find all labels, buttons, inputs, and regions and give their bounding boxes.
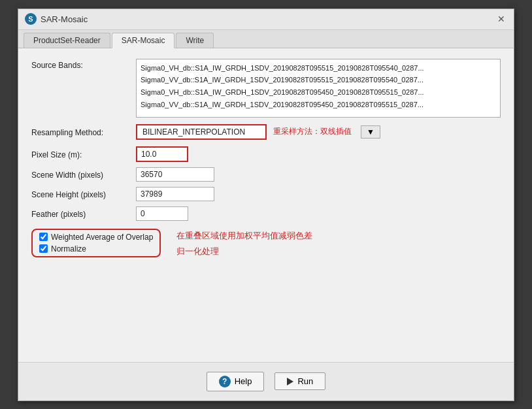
- source-band-3: Sigma0_VH_db::S1A_IW_GRDH_1SDV_20190828T…: [141, 86, 496, 99]
- pixel-size-label: Pixel Size (m):: [31, 148, 136, 159]
- run-icon: [287, 378, 293, 385]
- window-title: SAR-Mosaic: [41, 14, 88, 24]
- checkbox-group: Weighted Average of Overlap Normalize: [31, 229, 161, 257]
- source-bands-box[interactable]: Sigma0_VH_db::S1A_IW_GRDH_1SDV_20190828T…: [136, 59, 501, 118]
- help-label: Help: [235, 376, 252, 386]
- normalize-cn: 归一化处理: [176, 246, 312, 257]
- run-button[interactable]: Run: [274, 372, 325, 390]
- feather-value: 0: [136, 206, 501, 221]
- resampling-method-value[interactable]: BILINEAR_INTERPOLATION: [136, 124, 267, 140]
- content-area: Source Bands: Sigma0_VH_db::S1A_IW_GRDH_…: [18, 48, 514, 362]
- title-bar-left: S SAR-Mosaic: [25, 13, 88, 25]
- source-band-1: Sigma0_VH_db::S1A_IW_GRDH_1SDV_20190828T…: [141, 62, 496, 74]
- source-bands-row: Source Bands: Sigma0_VH_db::S1A_IW_GRDH_…: [31, 59, 501, 118]
- resampling-dropdown-arrow[interactable]: ▼: [361, 125, 380, 139]
- tab-sar-mosaic[interactable]: SAR-Mosaic: [112, 33, 175, 48]
- pixel-size-value: 10.0: [136, 146, 501, 162]
- normalize-item: Normalize: [39, 244, 153, 254]
- source-band-2: Sigma0_VV_db::S1A_IW_GRDH_1SDV_20190828T…: [141, 74, 496, 86]
- tab-productset-reader[interactable]: ProductSet-Reader: [24, 33, 110, 48]
- scene-width-value: 36570: [136, 167, 501, 182]
- close-button[interactable]: ✕: [495, 13, 507, 25]
- scene-width-input[interactable]: 36570: [136, 167, 214, 182]
- tab-bar: ProductSet-Reader SAR-Mosaic Write: [18, 30, 514, 48]
- normalize-label: Normalize: [51, 244, 86, 254]
- resampling-method-label: Resampling Method:: [31, 126, 136, 137]
- resampling-cn-label: 重采样方法：双线插值: [273, 126, 352, 137]
- scene-height-row: Scene Height (pixels) 37989: [31, 187, 501, 201]
- feather-row: Feather (pixels) 0: [31, 206, 501, 221]
- app-icon: S: [25, 13, 37, 25]
- scene-height-input[interactable]: 37989: [136, 187, 214, 201]
- run-label: Run: [297, 376, 313, 386]
- help-button[interactable]: ? Help: [207, 372, 265, 391]
- footer: ? Help Run: [18, 362, 514, 401]
- normalize-checkbox[interactable]: [39, 244, 48, 253]
- help-icon: ?: [219, 376, 231, 387]
- main-window: S SAR-Mosaic ✕ ProductSet-Reader SAR-Mos…: [18, 8, 514, 401]
- checkbox-annotations: 在重叠区域使用加权平均值减弱色差 归一化处理: [167, 230, 312, 257]
- weighted-avg-cn: 在重叠区域使用加权平均值减弱色差: [176, 230, 312, 242]
- title-bar: S SAR-Mosaic ✕: [18, 9, 514, 30]
- scene-height-value: 37989: [136, 187, 501, 201]
- feather-input[interactable]: 0: [136, 206, 188, 221]
- feather-label: Feather (pixels): [31, 208, 136, 219]
- tab-write[interactable]: Write: [176, 33, 214, 48]
- scene-width-label: Scene Width (pixels): [31, 169, 136, 180]
- weighted-avg-label: Weighted Average of Overlap: [51, 233, 153, 242]
- source-bands-value: Sigma0_VH_db::S1A_IW_GRDH_1SDV_20190828T…: [136, 59, 501, 118]
- source-band-4: Sigma0_VV_db::S1A_IW_GRDH_1SDV_20190828T…: [141, 99, 496, 111]
- weighted-avg-item: Weighted Average of Overlap: [39, 233, 153, 242]
- resampling-method-row: Resampling Method: BILINEAR_INTERPOLATIO…: [31, 124, 501, 140]
- pixel-size-input[interactable]: 10.0: [136, 146, 188, 162]
- pixel-size-row: Pixel Size (m): 10.0: [31, 146, 501, 162]
- scene-width-row: Scene Width (pixels) 36570: [31, 167, 501, 182]
- scene-height-label: Scene Height (pixels): [31, 188, 136, 199]
- weighted-avg-checkbox[interactable]: [39, 233, 48, 241]
- checkbox-section: Weighted Average of Overlap Normalize 在重…: [31, 229, 501, 257]
- source-bands-label: Source Bands:: [31, 59, 136, 70]
